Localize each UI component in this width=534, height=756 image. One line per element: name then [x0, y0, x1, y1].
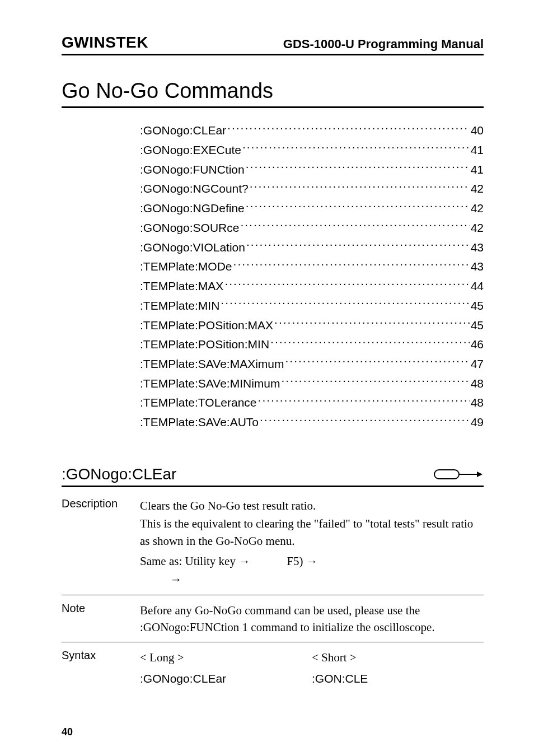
toc-label: :GONogo:CLEar [140, 122, 226, 140]
toc-row: :TEMPlate:POSition:MAX45 [140, 315, 484, 334]
syntax-short-val: :GON:CLE [312, 670, 484, 687]
toc-leader [224, 276, 469, 290]
command-heading: :GONogo:CLEar [62, 465, 176, 483]
toc-label: :TEMPlate:POSition:MIN [140, 335, 269, 354]
same-as-f5: F5) → [287, 554, 317, 568]
toc-leader [246, 198, 470, 212]
toc-page: 42 [471, 199, 484, 218]
toc-row: :GONogo:NGCount?42 [140, 179, 484, 198]
command-heading-rule [62, 486, 484, 487]
section-title: Go No-Go Commands [62, 79, 484, 103]
toc-page: 48 [471, 394, 484, 412]
toc-label: :GONogo:SOURce [140, 219, 239, 237]
svg-marker-2 [477, 472, 483, 477]
toc-page: 47 [471, 355, 484, 374]
note-block: Note Before any Go-NoGo command can be u… [62, 602, 484, 636]
toc-leader [227, 120, 470, 134]
toc-leader [274, 315, 470, 329]
toc-leader [242, 140, 470, 154]
toc-page: 49 [471, 413, 484, 432]
toc-row: :TEMPlate:SAVe:MINimum48 [140, 374, 484, 393]
toc-page: 43 [471, 258, 484, 276]
toc-leader [246, 159, 470, 173]
toc-label: :TEMPlate:MODe [140, 258, 232, 276]
toc-label: :GONogo:VIOLation [140, 239, 245, 257]
section-title-rule [62, 106, 484, 108]
syntax-short-col: < Short > :GON:CLE [312, 649, 484, 692]
description-line-2: This is the equivalent to clearing the "… [140, 515, 484, 549]
syntax-long-val: :GONogo:CLEar [140, 670, 312, 687]
toc-label: :GONogo:NGDefine [140, 199, 245, 218]
toc-row: :TEMPlate:SAVe:AUTo49 [140, 412, 484, 432]
toc-page: 44 [471, 277, 484, 296]
toc-row: :GONogo:CLEar40 [140, 120, 484, 140]
note-body: Before any Go-NoGo command can be used, … [140, 602, 484, 636]
syntax-body: < Long > :GONogo:CLEar < Short > :GON:CL… [140, 649, 484, 692]
toc-label: :GONogo:FUNCtion [140, 161, 245, 179]
toc-leader [240, 218, 469, 232]
toc-row: :GONogo:SOURce42 [140, 218, 484, 237]
toc-row: :GONogo:EXECute41 [140, 140, 484, 160]
toc-leader [246, 237, 470, 251]
svg-rect-0 [434, 470, 459, 479]
description-block: Description Clears the Go No-Go test res… [62, 497, 484, 589]
toc-page: 42 [471, 219, 484, 237]
page-number: 40 [62, 726, 73, 738]
toc-leader [250, 179, 470, 193]
toc-page: 48 [471, 375, 484, 393]
toc-label: :TEMPlate:SAVe:MAXimum [140, 355, 284, 374]
same-as-prefix: Same as: Utility key → [140, 554, 250, 568]
toc-page: 46 [471, 335, 484, 354]
toc-page: 45 [471, 316, 484, 335]
syntax-label: Syntax [62, 649, 140, 692]
toc-leader [282, 374, 470, 388]
document-title: GDS-1000-U Programming Manual [283, 37, 484, 52]
toc-leader [221, 296, 469, 310]
toc-row: :TEMPlate:MAX44 [140, 276, 484, 296]
toc-page: 40 [471, 122, 484, 140]
separator-1 [62, 595, 484, 595]
syntax-long-col: < Long > :GONogo:CLEar [140, 649, 312, 692]
toc-page: 41 [471, 141, 484, 160]
toc-label: :TEMPlate:SAVe:AUTo [140, 413, 259, 432]
description-line-1: Clears the Go No-Go test result ratio. [140, 497, 484, 514]
toc-label: :GONogo:NGCount? [140, 180, 249, 198]
syntax-short-head: < Short > [312, 649, 484, 666]
toc-page: 43 [471, 239, 484, 257]
brand-logo: GWINSTEK [62, 34, 148, 52]
logo-text: GWINSTEK [62, 34, 148, 51]
toc-row: :GONogo:NGDefine42 [140, 198, 484, 218]
toc-page: 41 [471, 161, 484, 179]
toc-row: :GONogo:VIOLation43 [140, 237, 484, 256]
toc-row: :TEMPlate:POSition:MIN46 [140, 334, 484, 354]
syntax-block: Syntax < Long > :GONogo:CLEar < Short > … [62, 649, 484, 692]
toc-label: :TEMPlate:SAVe:MINimum [140, 375, 280, 393]
note-label: Note [62, 602, 140, 636]
toc-row: :TEMPlate:MODe43 [140, 256, 484, 276]
toc-label: :TEMPlate:MAX [140, 277, 223, 296]
table-of-contents: :GONogo:CLEar40:GONogo:EXECute41:GONogo:… [140, 120, 484, 432]
toc-row: :GONogo:FUNCtion41 [140, 159, 484, 179]
toc-label: :GONogo:EXECute [140, 141, 241, 160]
set-command-icon [433, 466, 484, 482]
toc-leader [270, 334, 470, 348]
toc-leader [258, 393, 470, 407]
toc-page: 45 [471, 297, 484, 315]
separator-2 [62, 642, 484, 642]
syntax-long-head: < Long > [140, 649, 312, 666]
toc-leader [285, 354, 470, 368]
same-as-line: Same as: Utility key → F5) → [140, 553, 484, 570]
toc-label: :TEMPlate:TOLerance [140, 394, 257, 412]
toc-page: 42 [471, 180, 484, 198]
description-label: Description [62, 497, 140, 589]
description-body: Clears the Go No-Go test result ratio. T… [140, 497, 484, 589]
toc-label: :TEMPlate:MIN [140, 297, 219, 315]
toc-leader [260, 412, 470, 426]
page-header: GWINSTEK GDS-1000-U Programming Manual [62, 34, 484, 55]
toc-label: :TEMPlate:POSition:MAX [140, 316, 273, 335]
toc-row: :TEMPlate:MIN45 [140, 296, 484, 315]
same-as-arrow-cont: → [170, 571, 484, 588]
toc-row: :TEMPlate:TOLerance48 [140, 393, 484, 412]
command-heading-row: :GONogo:CLEar [62, 465, 484, 483]
toc-row: :TEMPlate:SAVe:MAXimum47 [140, 354, 484, 374]
